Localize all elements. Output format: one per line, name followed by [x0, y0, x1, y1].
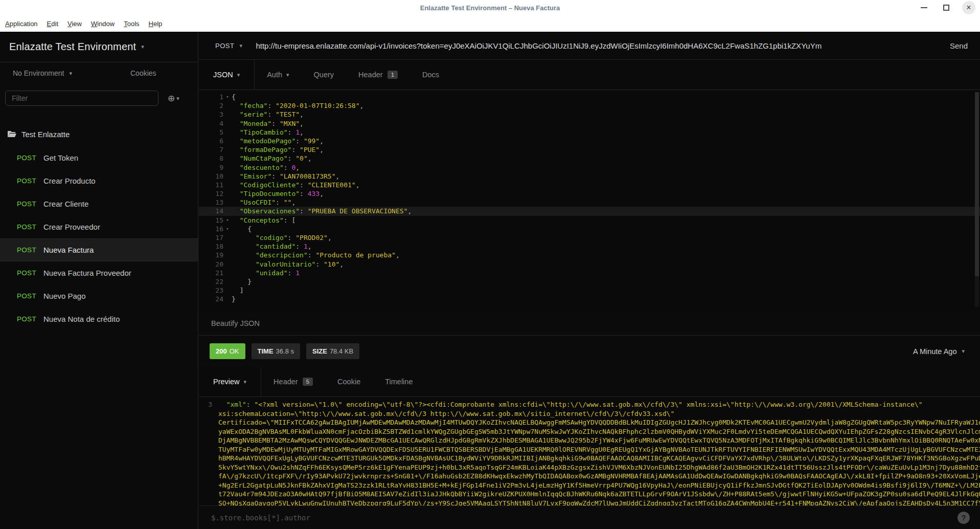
code-text: "metodoDePago": "99", — [232, 137, 324, 145]
workspace-dropdown[interactable]: Enlazatte Test Environment ▾ — [0, 32, 198, 62]
sidebar-filter-input[interactable] — [5, 91, 158, 106]
response-line: DjAMBgNVBBEMBTA2MzAwMQswCQYDVQQGEwJNWDEZ… — [199, 436, 980, 445]
tab-header[interactable]: Header1 — [346, 60, 410, 90]
menu-help[interactable]: Help — [149, 20, 163, 28]
request-name-label: Nueva Nota de crédito — [43, 315, 120, 323]
time-label: TIME — [258, 347, 274, 355]
fold-caret-icon[interactable]: ▾ — [223, 216, 232, 225]
tab-label: Header — [358, 71, 383, 79]
folder-item[interactable]: Test Enlazatte — [0, 128, 198, 140]
beautify-json-button[interactable]: Beautify JSON — [211, 319, 260, 327]
tab-label: Header — [274, 378, 298, 386]
code-text: "TipoCambio": 1, — [232, 128, 304, 137]
minimize-button[interactable] — [913, 0, 935, 15]
method-label: POST — [215, 42, 234, 50]
close-button[interactable]: × — [958, 0, 980, 15]
sidebar-request-get-token[interactable]: POSTGet Token — [0, 146, 198, 169]
tab-label: Auth — [267, 71, 282, 79]
line-number: 2 — [199, 101, 223, 110]
fold-gutter — [223, 295, 232, 303]
request-body-editor[interactable]: 1▾{2 "fecha": "2020-01-07T10:26:58",3 "s… — [199, 90, 980, 311]
editor-line: 24} — [199, 295, 980, 303]
sidebar-request-crear-proveedor[interactable]: POSTCrear Proveedor — [0, 215, 198, 238]
editor-line: 18 "cantidad": 1, — [199, 242, 980, 251]
sidebar-request-nueva-factura-proveedor[interactable]: POSTNueva Factura Proveedor — [0, 261, 198, 284]
menu-view[interactable]: View — [67, 20, 82, 28]
editor-line: 17 "codigo": "PROD02", — [199, 233, 980, 242]
editor-line: 22 } — [199, 277, 980, 286]
request-name-label: Crear Proveedor — [43, 223, 100, 231]
url-bar: POST ▾ http://tu-empresa.enlazatte.com/a… — [199, 32, 980, 60]
editor-line: 20 "valorUnitario": "10", — [199, 260, 980, 269]
menu-window[interactable]: Window — [91, 20, 115, 28]
line-number — [199, 481, 212, 490]
maximize-icon — [943, 5, 949, 11]
line-number: 8 — [199, 154, 223, 163]
code-text: "UsoCFDI": "", — [232, 198, 295, 207]
tab-json[interactable]: JSON▾ — [199, 60, 255, 90]
menu-application[interactable]: Application — [5, 20, 38, 28]
url-input[interactable]: http://tu-empresa.enlazatte.com/api-v1/i… — [256, 41, 940, 50]
sidebar-request-nueva-nota-de-cr-dito[interactable]: POSTNueva Nota de crédito — [0, 307, 198, 330]
add-request-button[interactable]: ⊕ ▾ — [168, 93, 179, 104]
code-text: } — [232, 277, 252, 286]
cookies-link[interactable]: Cookies — [130, 69, 156, 77]
line-number — [199, 463, 212, 472]
status-text: OK — [230, 347, 239, 355]
line-number: 23 — [199, 286, 223, 295]
time-badge: TIME36.8 s — [252, 343, 300, 359]
plus-circle-icon: ⊕ — [168, 93, 175, 104]
line-number: 4 — [199, 119, 223, 128]
time-value: 36.8 s — [276, 347, 294, 355]
line-number — [199, 472, 212, 481]
sidebar-request-crear-producto[interactable]: POSTCrear Producto — [0, 169, 198, 192]
app-body: Enlazatte Test Environment ▾ No Environm… — [0, 32, 980, 529]
tab-timeline[interactable]: Timeline — [373, 367, 425, 396]
tab-cookie[interactable]: Cookie — [325, 367, 373, 396]
help-icon[interactable]: ? — [958, 512, 970, 524]
tab-auth[interactable]: Auth▾ — [255, 60, 301, 90]
sidebar: Enlazatte Test Environment ▾ No Environm… — [0, 32, 198, 529]
sidebar-request-nueva-factura[interactable]: POSTNueva Factura — [0, 238, 198, 261]
method-dropdown[interactable]: POST ▾ — [215, 42, 242, 50]
tab-docs[interactable]: Docs — [410, 60, 451, 90]
menu-tools[interactable]: Tools — [124, 20, 139, 28]
scrollbar-thumb[interactable] — [975, 92, 979, 276]
environment-row: No Environment ▾ Cookies — [0, 62, 198, 84]
editor-line: 8 "NumCtaPago": "0", — [199, 154, 980, 163]
response-filter-input[interactable] — [211, 514, 949, 522]
chevron-down-icon: ▾ — [286, 72, 289, 78]
fold-gutter — [223, 119, 232, 128]
tab-preview[interactable]: Preview▾ — [199, 367, 261, 396]
code-text: { — [232, 225, 252, 233]
tab-label: Cookie — [337, 378, 360, 386]
fold-caret-icon[interactable]: ▾ — [223, 225, 232, 233]
request-method-label: POST — [17, 292, 43, 300]
editor-line: 4 "Moneda": "MXN", — [199, 119, 980, 128]
sidebar-request-crear-cliente[interactable]: POSTCrear Cliente — [0, 192, 198, 215]
sidebar-request-nuevo-pago[interactable]: POSTNuevo Pago — [0, 284, 198, 307]
response-line: TUyMTFaFw0yMDEwMjUyMTUyMTFaMIGxMRowGAYDV… — [199, 445, 980, 454]
response-history-dropdown[interactable]: A Minute Ago ▾ — [913, 347, 965, 356]
line-number: 24 — [199, 295, 223, 303]
environment-dropdown[interactable]: No Environment — [13, 69, 64, 77]
fold-gutter — [223, 181, 232, 189]
code-text: "descuento": 0, — [232, 163, 300, 172]
close-icon: × — [962, 1, 975, 14]
main-panel: POST ▾ http://tu-empresa.enlazatte.com/a… — [199, 32, 980, 529]
editor-line: 5 "TipoCambio": 1, — [199, 128, 980, 137]
tab-query[interactable]: Query — [302, 60, 347, 90]
editor-line: 11 "CodigoCliente": "CLIENTE001", — [199, 181, 980, 189]
response-text: Certificado=\"MIIFxTCCA62gAwIBAgIUMjAwMD… — [218, 418, 980, 427]
fold-caret-icon[interactable]: ▾ — [223, 93, 232, 101]
maximize-button[interactable] — [935, 0, 958, 15]
editor-scrollbar[interactable] — [975, 92, 979, 307]
line-number: 7 — [199, 145, 223, 154]
response-line: 3 "xml": "<?xml version=\"1.0\" encoding… — [199, 400, 980, 409]
send-button[interactable]: Send — [950, 41, 968, 50]
tab-header[interactable]: Header5 — [261, 367, 325, 396]
code-text: "formaDePago": "PUE", — [232, 145, 324, 154]
size-label: SIZE — [312, 347, 327, 355]
request-name-label: Crear Cliente — [43, 200, 88, 208]
menu-edit[interactable]: Edit — [47, 20, 58, 28]
